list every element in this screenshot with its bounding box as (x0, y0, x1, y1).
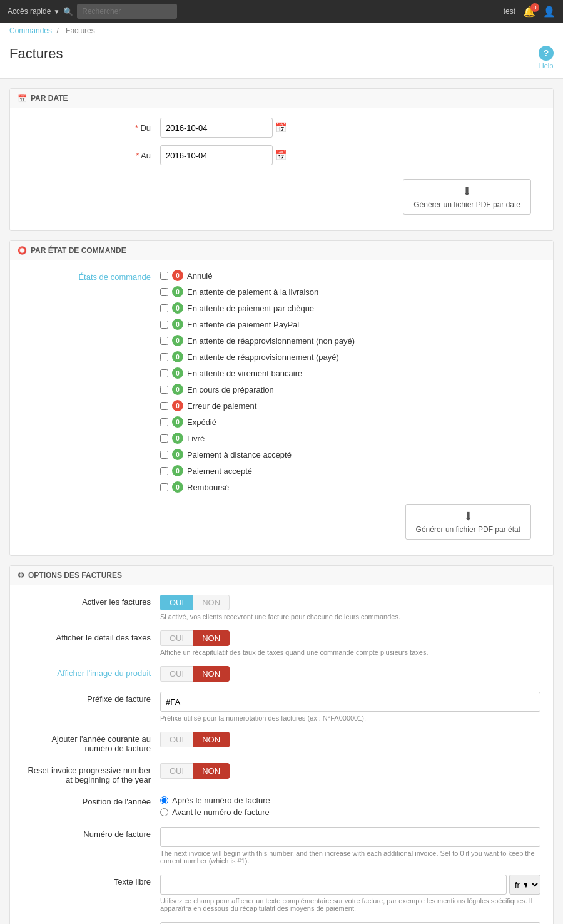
page-title: Factures (9, 46, 63, 62)
breadcrumb-current: Factures (66, 26, 95, 35)
section-date-title: PAR DATE (31, 94, 68, 103)
state-badge: 0 (172, 465, 183, 476)
au-label: Au (23, 151, 160, 160)
annee-courante-toggle: OUI NON (160, 732, 540, 747)
chevron-down-icon: ▼ (53, 8, 59, 15)
activer-toggle: OUI NON (160, 595, 540, 610)
state-badge: 0 (172, 367, 183, 379)
state-badge: 0 (172, 400, 183, 411)
position-apres-label: Après le numéro de facture (172, 796, 270, 805)
help-label: Help (539, 62, 554, 69)
state-badge: 0 (172, 433, 183, 444)
state-checkbox[interactable] (160, 402, 168, 410)
detail-taxes-desc: Affiche un récapitulatif des taux de tax… (160, 649, 540, 656)
detail-taxes-non-button[interactable]: NON (193, 630, 230, 646)
state-label: En attente de réapprovisionnement (payé) (187, 352, 339, 362)
list-item: 0En attente de virement bancaire (160, 367, 355, 379)
state-badge: 0 (172, 270, 183, 281)
texte-libre-lang-select[interactable]: fr ▼ (509, 875, 540, 895)
prefixe-row: Préfixe de facture Préfixe utilisé pour … (23, 692, 540, 722)
image-produit-non-button[interactable]: NON (193, 666, 230, 682)
texte-libre-desc: Utilisez ce champ pour afficher un texte… (160, 897, 540, 912)
state-checkbox[interactable] (160, 451, 168, 459)
list-item: 0Expédié (160, 416, 355, 428)
user-label: test (504, 7, 515, 16)
states-wrap: États de commande 0Annulé0En attente de … (23, 270, 540, 498)
generate-date-row: ⬇ Générer un fichier PDF par date (23, 173, 540, 221)
image-produit-oui-button[interactable]: OUI (160, 666, 193, 682)
notifications-icon[interactable]: 🔔 0 (523, 6, 535, 18)
state-checkbox[interactable] (160, 321, 168, 329)
numero-input[interactable] (160, 827, 540, 847)
state-label: Remboursé (187, 483, 229, 492)
section-etat-title: PAR ÉTAT DE COMMANDE (31, 246, 126, 255)
position-label: Position de l'année (23, 794, 160, 806)
states-label: États de commande (23, 270, 160, 282)
state-checkbox[interactable] (160, 369, 168, 377)
du-input[interactable] (160, 118, 273, 138)
state-checkbox[interactable] (160, 353, 168, 361)
download-icon: ⬇ (462, 185, 472, 198)
texte-libre-row: Texte libre fr ▼ Utilisez ce champ pour … (23, 875, 540, 912)
state-checkbox[interactable] (160, 272, 168, 280)
breadcrumb-parent[interactable]: Commandes (9, 26, 52, 35)
state-label: En cours de préparation (187, 385, 274, 394)
reset-oui-button[interactable]: OUI (160, 763, 193, 779)
position-apres-radio[interactable] (160, 796, 168, 804)
image-produit-row: Afficher l'image du produit OUI NON (23, 666, 540, 682)
state-badge: 0 (172, 286, 183, 297)
section-par-date: 📅 PAR DATE Du 📅 Au 📅 ⬇ (9, 88, 554, 231)
state-badge: 0 (172, 302, 183, 314)
help-button[interactable]: ? Help (539, 46, 554, 69)
annee-courante-non-button[interactable]: NON (193, 732, 230, 747)
section-options: ⚙ OPTIONS DES FACTURES Activer les factu… (9, 565, 554, 924)
image-produit-label[interactable]: Afficher l'image du produit (23, 666, 160, 678)
texte-libre-input[interactable] (160, 875, 507, 895)
search-input[interactable] (77, 4, 177, 19)
generate-pdf-etat-button[interactable]: ⬇ Générer un fichier PDF par état (405, 504, 531, 540)
section-options-title: OPTIONS DES FACTURES (28, 571, 122, 580)
activer-desc: Si activé, vos clients recevront une fac… (160, 613, 540, 620)
au-input[interactable] (160, 145, 273, 165)
state-checkbox[interactable] (160, 386, 168, 394)
help-icon: ? (539, 46, 554, 61)
acces-rapide-menu[interactable]: Accès rapide ▼ (8, 7, 59, 16)
list-item: 0Remboursé (160, 481, 355, 493)
activer-label: Activer les factures (23, 595, 160, 607)
position-avant-radio[interactable] (160, 808, 168, 816)
list-item: 0Paiement accepté (160, 465, 355, 476)
section-etat-header: ⭕ PAR ÉTAT DE COMMANDE (10, 241, 553, 260)
du-calendar-icon[interactable]: 📅 (275, 122, 287, 133)
state-label: En attente de paiement PayPal (187, 320, 299, 329)
prefixe-input[interactable] (160, 692, 540, 712)
state-checkbox[interactable] (160, 288, 168, 296)
list-item: 0Paiement à distance accepté (160, 449, 355, 460)
numero-row: Numéro de facture The next invoice will … (23, 827, 540, 865)
state-badge: 0 (172, 351, 183, 362)
position-avant-label: Avant le numéro de facture (172, 808, 270, 817)
reset-non-button[interactable]: NON (193, 763, 230, 779)
detail-taxes-oui-button[interactable]: OUI (160, 630, 193, 646)
state-checkbox[interactable] (160, 337, 168, 345)
au-calendar-icon[interactable]: 📅 (275, 150, 287, 161)
state-badge: 0 (172, 481, 183, 493)
generate-pdf-date-button[interactable]: ⬇ Générer un fichier PDF par date (403, 179, 531, 215)
au-row: Au 📅 (23, 145, 540, 165)
state-checkbox[interactable] (160, 434, 168, 443)
list-item: 0Erreur de paiement (160, 400, 355, 411)
list-item: 0Annulé (160, 270, 355, 281)
state-badge: 0 (172, 416, 183, 428)
state-label: En attente de virement bancaire (187, 369, 302, 378)
state-checkbox[interactable] (160, 483, 168, 491)
state-checkbox[interactable] (160, 304, 168, 312)
state-checkbox[interactable] (160, 467, 168, 475)
state-checkbox[interactable] (160, 418, 168, 426)
list-item: 0En attente de réapprovisionnement (payé… (160, 351, 355, 362)
user-icon[interactable]: 👤 (543, 6, 555, 18)
position-avant-item[interactable]: Avant le numéro de facture (160, 808, 540, 817)
activer-non-button[interactable]: NON (193, 595, 230, 610)
generate-pdf-etat-label: Générer un fichier PDF par état (416, 525, 520, 534)
annee-courante-oui-button[interactable]: OUI (160, 732, 193, 747)
activer-oui-button[interactable]: OUI (160, 595, 193, 610)
position-apres-item[interactable]: Après le numéro de facture (160, 796, 540, 805)
